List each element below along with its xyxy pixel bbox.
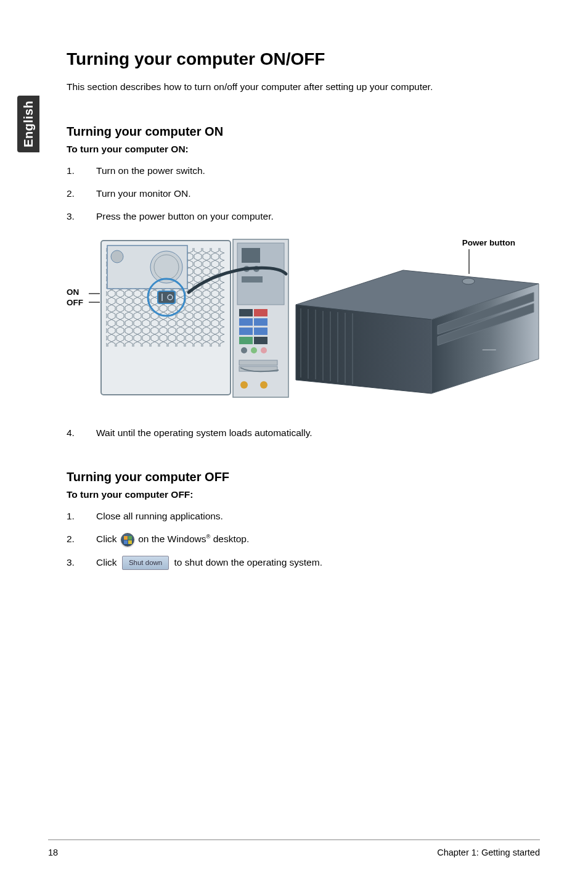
- step-text: Click on the Windows® desktop.: [96, 532, 540, 547]
- svg-rect-24: [254, 328, 267, 335]
- off-heading: Turning your computer OFF: [67, 470, 540, 484]
- rear-computer-illustration: [99, 238, 290, 398]
- page-title: Turning your computer ON/OFF: [67, 49, 540, 69]
- off-section: Turning your computer OFF To turn your c…: [67, 470, 540, 571]
- svg-point-27: [241, 347, 247, 353]
- chapter-label: Chapter 1: Getting started: [437, 848, 540, 857]
- svg-point-8: [111, 250, 123, 263]
- svg-rect-22: [254, 318, 267, 326]
- off-steps: 1. Close all running applications. 2. Cl…: [67, 509, 540, 571]
- on-step-4: 4. Wait until the operating system loads…: [67, 426, 540, 440]
- text-fragment: desktop.: [210, 534, 249, 544]
- svg-rect-20: [254, 309, 267, 316]
- off-step-2: 2. Click on the Windows® desktop.: [67, 532, 540, 547]
- svg-point-32: [240, 381, 248, 389]
- shutdown-button-graphic: Shut down: [122, 556, 169, 570]
- on-text: ON: [67, 287, 83, 297]
- svg-rect-18: [242, 276, 263, 283]
- off-lead: To turn your computer OFF:: [67, 489, 540, 500]
- step-text: Turn your monitor ON.: [96, 186, 540, 200]
- svg-marker-36: [296, 305, 431, 394]
- svg-text:——: ——: [481, 346, 498, 353]
- windows-start-icon: [121, 533, 134, 547]
- on-heading: Turning your computer ON: [67, 125, 540, 139]
- svg-point-29: [261, 347, 267, 353]
- off-text: OFF: [67, 298, 83, 308]
- step-text: Close all running applications.: [96, 509, 540, 523]
- step-number: 2.: [67, 532, 96, 546]
- on-step-3: 3. Press the power button on your comput…: [67, 209, 540, 223]
- text-fragment: to shut down the operating system.: [174, 557, 322, 567]
- language-label: English: [22, 101, 36, 147]
- step-text: Turn on the power switch.: [96, 163, 540, 178]
- main-content: Turning your computer ON/OFF This sectio…: [67, 49, 540, 579]
- svg-rect-19: [239, 309, 253, 316]
- svg-rect-26: [254, 337, 267, 344]
- step-number: 3.: [67, 209, 96, 223]
- on-step-2: 2. Turn your monitor ON.: [67, 186, 540, 200]
- on-lead: To turn your computer ON:: [67, 144, 540, 155]
- svg-point-33: [260, 381, 267, 389]
- page-footer: 18 Chapter 1: Getting started: [48, 840, 540, 857]
- on-steps-cont: 4. Wait until the operating system loads…: [67, 426, 540, 440]
- on-off-label: ON OFF: [67, 287, 83, 307]
- step-number: 3.: [67, 555, 96, 569]
- svg-rect-23: [239, 328, 253, 335]
- text-fragment: on the Windows: [138, 534, 206, 544]
- front-panel-figure: Power button: [293, 238, 540, 401]
- power-button-line-icon: [468, 249, 470, 274]
- step-number: 4.: [67, 426, 96, 440]
- language-tab: English: [17, 96, 39, 152]
- step-number: 1.: [67, 163, 96, 178]
- front-computer-illustration: ——: [293, 268, 540, 398]
- text-fragment: Click: [96, 557, 120, 567]
- step-text: Wait until the operating system loads au…: [96, 426, 540, 440]
- figure-row: ON OFF: [67, 238, 540, 401]
- off-step-3: 3. Click Shut down to shut down the oper…: [67, 555, 540, 571]
- intro-text: This section describes how to turn on/of…: [67, 80, 540, 94]
- text-fragment: Click: [96, 534, 120, 544]
- power-button-label: Power button: [462, 238, 515, 247]
- step-number: 2.: [67, 186, 96, 200]
- step-text: Press the power button on your computer.: [96, 209, 540, 223]
- svg-point-28: [251, 347, 257, 353]
- off-step-1: 1. Close all running applications.: [67, 509, 540, 523]
- svg-rect-25: [239, 337, 253, 344]
- svg-rect-30: [239, 360, 277, 365]
- step-text: Click Shut down to shut down the operati…: [96, 555, 540, 571]
- page-number: 18: [48, 848, 58, 857]
- svg-rect-21: [239, 318, 253, 326]
- svg-point-46: [462, 278, 475, 284]
- step-number: 1.: [67, 509, 96, 523]
- on-steps: 1. Turn on the power switch. 2. Turn you…: [67, 163, 540, 224]
- rear-panel-figure: ON OFF: [67, 238, 279, 398]
- on-step-1: 1. Turn on the power switch.: [67, 163, 540, 178]
- svg-rect-15: [242, 248, 260, 263]
